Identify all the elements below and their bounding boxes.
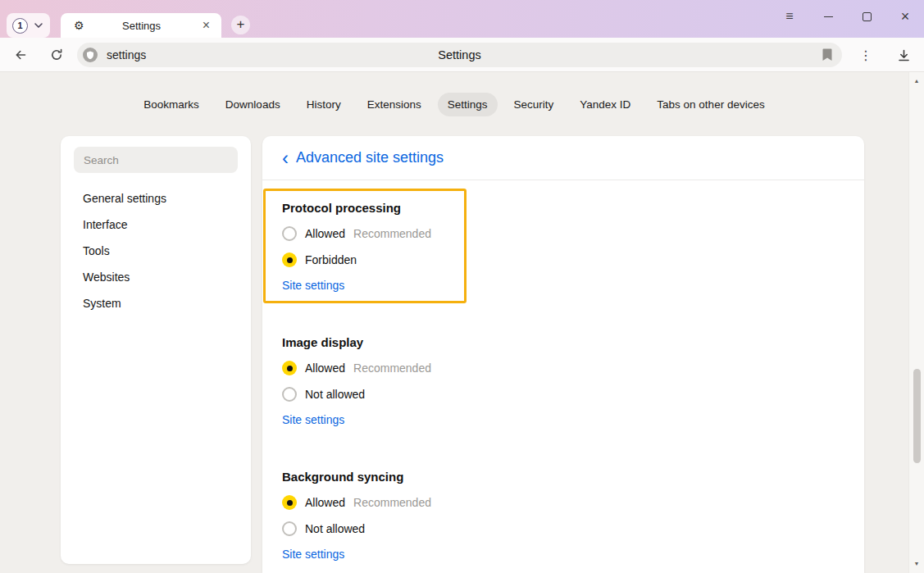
radio-label: Not allowed xyxy=(305,522,365,535)
radio-icon[interactable] xyxy=(282,387,297,402)
radio-icon[interactable] xyxy=(282,252,297,267)
section-title: Image display xyxy=(282,335,464,349)
settings-main-panel: ‹ Advanced site settings Protocol proces… xyxy=(262,136,864,573)
radio-icon[interactable] xyxy=(282,521,297,536)
radio-option-allowed[interactable]: Allowed Recommended xyxy=(282,360,464,376)
new-tab-button[interactable]: + xyxy=(231,16,250,34)
radio-icon[interactable] xyxy=(282,495,297,510)
nav-bookmarks[interactable]: Bookmarks xyxy=(134,93,209,116)
nav-downloads[interactable]: Downloads xyxy=(216,93,290,116)
scroll-down-icon[interactable]: ▼ xyxy=(909,558,924,570)
downloads-icon[interactable] xyxy=(893,44,914,66)
browser-window: 1 ⚙ Settings × + ≡ × setti xyxy=(0,0,924,573)
sidebar-item-websites[interactable]: Websites xyxy=(61,264,251,290)
browser-menu-icon[interactable]: ≡ xyxy=(782,7,797,25)
tab-group-button[interactable]: 1 xyxy=(7,13,50,38)
search-input[interactable] xyxy=(74,147,238,173)
scrollbar-thumb[interactable] xyxy=(913,369,921,463)
section-image-display: Image display Allowed Recommended Not al… xyxy=(263,323,467,438)
browser-tab-settings[interactable]: ⚙ Settings × xyxy=(61,13,221,38)
sidebar-item-general-settings[interactable]: General settings xyxy=(61,185,251,211)
radio-option-allowed[interactable]: Allowed Recommended xyxy=(282,494,464,511)
vertical-scrollbar[interactable]: ▲ ▼ xyxy=(908,72,924,573)
radio-option-allowed[interactable]: Allowed Recommended xyxy=(282,225,464,242)
tab-strip: 1 ⚙ Settings × + ≡ × xyxy=(0,0,924,38)
radio-note: Recommended xyxy=(353,496,431,509)
radio-note: Recommended xyxy=(353,362,431,375)
radio-icon[interactable] xyxy=(282,226,297,241)
settings-sections: Protocol processing Allowed Recommended … xyxy=(262,180,864,572)
radio-label: Forbidden xyxy=(305,253,357,266)
radio-icon[interactable] xyxy=(282,361,297,375)
tab-count-badge[interactable]: 1 xyxy=(12,18,28,34)
page-title: Settings xyxy=(77,43,842,67)
sidebar-item-system[interactable]: System xyxy=(61,290,251,316)
tab-title: Settings xyxy=(84,20,199,32)
back-button[interactable] xyxy=(10,44,31,66)
section-title: Protocol processing xyxy=(282,201,464,215)
section-background-syncing: Background syncing Allowed Recommended N… xyxy=(263,457,467,572)
address-bar[interactable]: settings Settings xyxy=(77,43,842,67)
nav-security[interactable]: Security xyxy=(504,93,564,116)
nav-settings[interactable]: Settings xyxy=(438,93,498,116)
reload-button[interactable] xyxy=(46,44,67,66)
minimize-button[interactable] xyxy=(821,7,835,25)
radio-option-forbidden[interactable]: Forbidden xyxy=(282,252,464,268)
sidebar-item-interface[interactable]: Interface xyxy=(61,211,251,238)
settings-gear-icon: ⚙ xyxy=(74,19,84,32)
nav-extensions[interactable]: Extensions xyxy=(357,93,431,116)
browser-toolbar: settings Settings ⋮ xyxy=(0,38,924,72)
settings-top-nav: Bookmarks Downloads History Extensions S… xyxy=(0,93,908,116)
tab-group-chevron-icon[interactable] xyxy=(30,17,47,34)
radio-option-not-allowed[interactable]: Not allowed xyxy=(282,386,464,402)
nav-tabs-other-devices[interactable]: Tabs on other devices xyxy=(647,93,774,116)
maximize-button[interactable] xyxy=(859,7,874,25)
radio-label: Allowed xyxy=(305,227,345,240)
window-controls: ≡ × xyxy=(782,5,913,28)
nav-history[interactable]: History xyxy=(297,93,351,116)
tab-close-icon[interactable]: × xyxy=(199,18,213,33)
section-protocol-processing: Protocol processing Allowed Recommended … xyxy=(263,189,467,303)
section-page-title: Advanced site settings xyxy=(296,149,444,166)
back-chevron-icon[interactable]: ‹ xyxy=(282,151,289,166)
site-settings-link[interactable]: Site settings xyxy=(282,279,344,292)
radio-label: Allowed xyxy=(305,362,345,375)
radio-label: Allowed xyxy=(305,496,345,509)
advanced-site-settings-back[interactable]: ‹ Advanced site settings xyxy=(262,136,864,180)
site-settings-link[interactable]: Site settings xyxy=(282,548,344,561)
settings-sidebar: General settings Interface Tools Website… xyxy=(61,136,251,564)
sidebar-item-tools[interactable]: Tools xyxy=(61,238,251,264)
section-title: Background syncing xyxy=(282,470,464,484)
close-window-button[interactable]: × xyxy=(898,7,913,25)
toolbar-more-icon[interactable]: ⋮ xyxy=(855,44,876,66)
radio-note: Recommended xyxy=(353,227,431,240)
scroll-up-icon[interactable]: ▲ xyxy=(909,75,924,87)
radio-label: Not allowed xyxy=(305,388,365,401)
sidebar-list: General settings Interface Tools Website… xyxy=(61,185,251,316)
site-settings-link[interactable]: Site settings xyxy=(282,413,344,426)
bookmark-icon[interactable] xyxy=(821,48,835,62)
nav-yandex-id[interactable]: Yandex ID xyxy=(570,93,640,116)
radio-option-not-allowed[interactable]: Not allowed xyxy=(282,521,464,537)
